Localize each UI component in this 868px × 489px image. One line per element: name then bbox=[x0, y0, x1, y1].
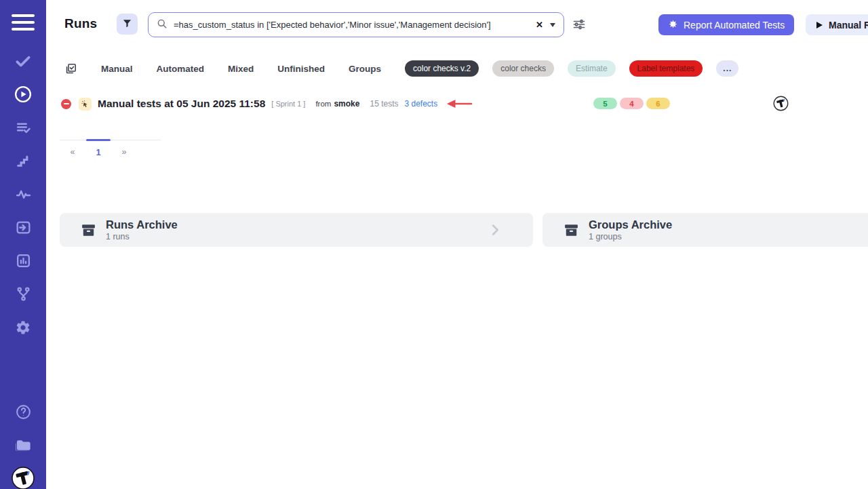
badge-passed[interactable]: 5 bbox=[593, 98, 617, 109]
pagination-next-button[interactable]: » bbox=[111, 147, 137, 157]
runs-archive-title: Runs Archive bbox=[106, 218, 178, 231]
run-status-badges: 5 4 6 bbox=[593, 98, 670, 109]
sidebar-item-milestones[interactable] bbox=[0, 147, 46, 174]
groups-archive-title: Groups Archive bbox=[589, 218, 672, 231]
activity-icon bbox=[15, 186, 32, 203]
sliders-icon bbox=[572, 23, 586, 33]
red-arrow-left-icon bbox=[446, 99, 473, 109]
sidebar-item-settings[interactable] bbox=[0, 314, 46, 341]
run-defects-link[interactable]: 3 defects bbox=[404, 99, 437, 109]
bar-chart-icon bbox=[15, 252, 32, 269]
run-row[interactable]: Manual tests at 05 Jun 2025 11:58 [ Spri… bbox=[46, 95, 868, 113]
runs-archive-count: 1 runs bbox=[106, 232, 178, 241]
groups-archive-card[interactable]: Groups Archive 1 groups bbox=[542, 213, 868, 247]
report-automated-tests-button[interactable]: Report Automated Tests bbox=[658, 14, 794, 35]
run-reporter-logo-icon[interactable] bbox=[773, 96, 789, 114]
search-dropdown-caret-icon[interactable] bbox=[550, 23, 555, 27]
search-icon bbox=[157, 18, 167, 32]
archive-box-icon bbox=[80, 222, 97, 239]
runs-archive-card[interactable]: Runs Archive 1 runs bbox=[60, 213, 533, 247]
tabs-row: Manual Automated Mixed Unfinished Groups… bbox=[46, 58, 868, 79]
tags-more-button[interactable]: ... bbox=[716, 60, 738, 77]
run-source: smoke bbox=[334, 99, 359, 109]
sidebar-item-test-plans[interactable] bbox=[0, 114, 46, 141]
tab-mixed[interactable]: Mixed bbox=[228, 64, 254, 74]
stairs-icon bbox=[15, 153, 32, 170]
tag-color-checks[interactable]: color checks bbox=[492, 60, 554, 77]
report-button-label: Report Automated Tests bbox=[684, 20, 785, 31]
tab-unfinished[interactable]: Unfinished bbox=[277, 64, 325, 74]
tab-manual[interactable]: Manual bbox=[101, 64, 133, 74]
filter-settings-button[interactable] bbox=[572, 18, 587, 33]
run-from-label: from bbox=[315, 100, 331, 108]
active-page-indicator bbox=[86, 139, 111, 141]
main-content: Runs =has_custom_status in ['Expected be… bbox=[46, 0, 868, 489]
badge-other[interactable]: 6 bbox=[646, 98, 670, 109]
tab-automated[interactable]: Automated bbox=[157, 64, 205, 74]
app-logo[interactable] bbox=[0, 465, 46, 489]
sidebar-item-pulse[interactable] bbox=[0, 180, 46, 208]
tag-color-checks-v2[interactable]: color checks v.2 bbox=[405, 60, 479, 77]
run-sprint-label: [ Sprint 1 ] bbox=[271, 100, 305, 108]
manual-run-button[interactable]: Manual R bbox=[806, 14, 868, 35]
archive-box-icon bbox=[563, 222, 580, 239]
manual-button-label: Manual R bbox=[829, 20, 868, 31]
folder-icon bbox=[14, 436, 33, 454]
run-tests-count: 15 tests bbox=[370, 99, 398, 109]
tab-groups[interactable]: Groups bbox=[349, 64, 381, 74]
list-check-icon bbox=[15, 119, 32, 136]
branch-icon bbox=[15, 286, 32, 302]
sparkle-icon bbox=[668, 19, 678, 31]
filter-button[interactable] bbox=[117, 14, 138, 35]
sidebar-item-analytics[interactable] bbox=[0, 247, 46, 274]
sidebar-item-files[interactable] bbox=[0, 431, 46, 458]
tag-estimate[interactable]: Estimate bbox=[568, 60, 616, 77]
run-emoji-icon bbox=[79, 98, 92, 111]
pagination-page-1[interactable]: 1 bbox=[85, 147, 111, 157]
tag-label-templates[interactable]: Label templates bbox=[629, 60, 703, 77]
sidebar-item-import[interactable] bbox=[0, 214, 46, 241]
search-query-text: =has_custom_status in ['Expected behavio… bbox=[174, 20, 530, 30]
badge-failed[interactable]: 4 bbox=[620, 98, 644, 109]
play-circle-icon bbox=[14, 85, 33, 104]
minus-circle-icon bbox=[61, 99, 71, 109]
select-all-icon[interactable] bbox=[64, 62, 77, 75]
sidebar-item-runs[interactable] bbox=[0, 81, 46, 108]
page-title: Runs bbox=[64, 16, 97, 31]
chevron-right-icon bbox=[488, 222, 502, 240]
pagination: « 1 » bbox=[60, 140, 161, 157]
pagination-prev-button[interactable]: « bbox=[60, 147, 85, 157]
help-button[interactable] bbox=[0, 398, 46, 425]
sidebar-item-branches[interactable] bbox=[0, 280, 46, 307]
check-icon bbox=[14, 52, 32, 70]
gear-icon bbox=[15, 319, 31, 336]
app-window: Runs =has_custom_status in ['Expected be… bbox=[0, 0, 868, 489]
clear-search-icon[interactable]: ✕ bbox=[536, 20, 543, 30]
sidebar bbox=[0, 0, 46, 489]
import-icon bbox=[15, 219, 32, 236]
question-circle-icon bbox=[15, 404, 32, 420]
run-title[interactable]: Manual tests at 05 Jun 2025 11:58 bbox=[98, 98, 265, 110]
play-icon bbox=[816, 22, 823, 28]
sidebar-item-tests[interactable] bbox=[0, 47, 46, 75]
search-input[interactable]: =has_custom_status in ['Expected behavio… bbox=[148, 12, 564, 37]
groups-archive-count: 1 groups bbox=[589, 232, 672, 241]
funnel-icon bbox=[122, 18, 132, 31]
logo-icon bbox=[12, 467, 35, 489]
archives-row: Runs Archive 1 runs Groups Archive 1 gro… bbox=[46, 213, 868, 247]
menu-icon[interactable] bbox=[12, 14, 35, 31]
